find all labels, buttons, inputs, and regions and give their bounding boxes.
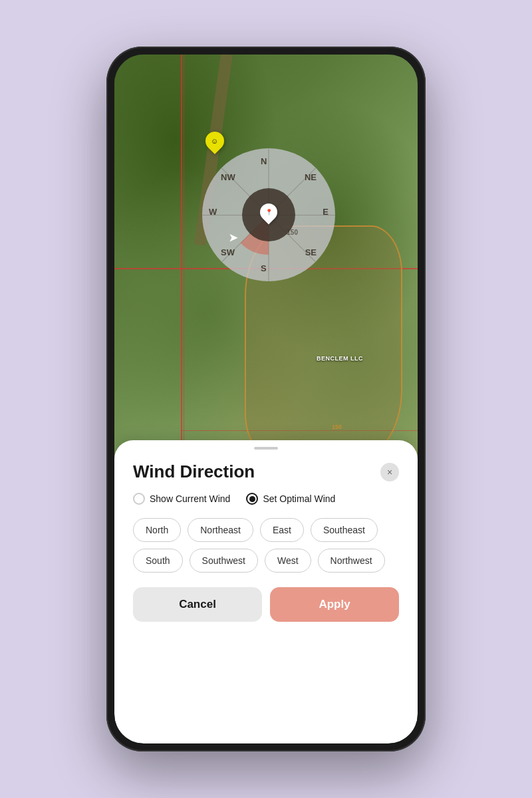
compass-center-pin: 📍 bbox=[260, 203, 277, 226]
chip-north[interactable]: North bbox=[133, 518, 181, 542]
apply-button[interactable]: Apply bbox=[270, 587, 399, 622]
radio-circle-show-current bbox=[133, 493, 145, 505]
close-button[interactable]: × bbox=[380, 463, 399, 481]
compass-outer-ring: ➤ N NE E SE S SW W NW 150 bbox=[202, 148, 335, 281]
sw-arrow: ➤ bbox=[229, 231, 237, 244]
sheet-handle bbox=[254, 447, 278, 450]
compass-pin-icon: 📍 bbox=[265, 209, 273, 215]
radio-group: Show Current Wind Set Optimal Wind bbox=[133, 493, 399, 505]
chip-west[interactable]: West bbox=[265, 549, 311, 573]
radio-circle-set-optimal bbox=[246, 493, 258, 505]
sheet-title: Wind Direction bbox=[133, 462, 255, 482]
chip-east[interactable]: East bbox=[260, 518, 304, 542]
compass-south-label: S bbox=[261, 263, 267, 273]
chip-south[interactable]: South bbox=[133, 549, 183, 573]
chip-northeast[interactable]: Northeast bbox=[188, 518, 253, 542]
compass-west-label: W bbox=[209, 207, 217, 217]
pin-icon: ☺ bbox=[211, 137, 218, 145]
sheet-header: Wind Direction × bbox=[133, 462, 399, 482]
phone-frame: BENCLEM LLC 150 ☺ bbox=[106, 47, 426, 751]
compass-inner-circle: 📍 bbox=[242, 188, 295, 241]
radio-label-show-current: Show Current Wind bbox=[150, 493, 230, 504]
action-buttons: Cancel Apply bbox=[133, 587, 399, 622]
bottom-sheet: Wind Direction × Show Current Wind Set O… bbox=[114, 440, 418, 743]
radio-dot-selected bbox=[249, 496, 255, 502]
compass-pin-head: 📍 bbox=[257, 200, 281, 225]
direction-chips-container: North Northeast East Southeast South Sou… bbox=[133, 518, 399, 573]
map-area: BENCLEM LLC 150 ☺ bbox=[114, 55, 418, 481]
compass-nw-label: NW bbox=[221, 172, 235, 182]
phone-screen: BENCLEM LLC 150 ☺ bbox=[114, 55, 418, 743]
compass-east-label: E bbox=[323, 207, 329, 217]
compass-north-label: N bbox=[261, 156, 267, 166]
chip-southeast[interactable]: Southeast bbox=[311, 518, 378, 542]
chip-southwest[interactable]: Southwest bbox=[190, 549, 258, 573]
cancel-button[interactable]: Cancel bbox=[133, 587, 262, 622]
compass-sw-label: SW bbox=[221, 247, 235, 257]
chip-northwest[interactable]: Northwest bbox=[318, 549, 385, 573]
map-background: BENCLEM LLC 150 ☺ bbox=[114, 55, 418, 481]
compass-se-label: SE bbox=[305, 247, 317, 257]
compass-ne-label: NE bbox=[305, 172, 317, 182]
field-label: BENCLEM LLC bbox=[317, 355, 363, 362]
label-150-bottom: 150 bbox=[332, 424, 342, 430]
radio-show-current-wind[interactable]: Show Current Wind bbox=[133, 493, 230, 505]
radio-set-optimal-wind[interactable]: Set Optimal Wind bbox=[246, 493, 335, 505]
radio-label-set-optimal: Set Optimal Wind bbox=[263, 493, 335, 504]
compass-rose: ➤ N NE E SE S SW W NW 150 bbox=[202, 148, 335, 281]
